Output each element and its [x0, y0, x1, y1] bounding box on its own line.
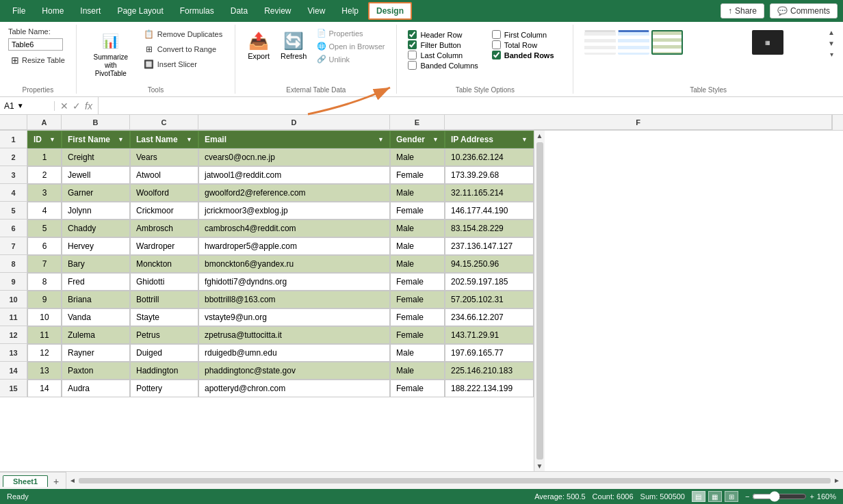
table-cell[interactable]: Male — [390, 148, 445, 166]
table-cell[interactable]: 13 — [27, 362, 62, 380]
table-cell[interactable]: 202.59.197.185 — [445, 273, 534, 291]
menu-page-layout[interactable]: Page Layout — [110, 3, 170, 18]
table-cell[interactable]: Jewell — [62, 166, 130, 184]
col-header-f[interactable]: F — [445, 115, 832, 130]
cancel-icon[interactable]: ✕ — [60, 101, 68, 111]
table-cell[interactable]: jcrickmoor3@exblog.jp — [198, 202, 390, 220]
menu-home[interactable]: Home — [35, 3, 70, 18]
table-cell[interactable]: Chaddy — [62, 220, 130, 237]
table-cell[interactable]: 225.146.210.183 — [445, 362, 534, 380]
row-header[interactable]: 7 — [0, 237, 27, 255]
banded-columns-option[interactable]: Banded Columns — [408, 61, 478, 70]
table-cell[interactable]: Female — [390, 308, 445, 326]
col-header-b[interactable]: B — [62, 115, 130, 130]
insert-slicer-button[interactable]: 🔲 Insert Slicer — [140, 57, 226, 71]
table-cell[interactable]: zpetrusa@tuttocitta.it — [198, 326, 390, 344]
table-cell[interactable]: Rayner — [62, 344, 130, 362]
table-cell[interactable]: 3 — [27, 184, 62, 202]
function-icon[interactable]: fx — [85, 101, 92, 111]
zoom-slider[interactable] — [752, 491, 807, 502]
table-cell[interactable]: jatwool1@reddit.com — [198, 166, 390, 184]
table-cell[interactable]: 57.205.102.31 — [445, 291, 534, 308]
last-column-option[interactable]: Last Column — [408, 51, 478, 59]
table-cell[interactable]: 94.15.250.96 — [445, 255, 534, 273]
email-dropdown-arrow[interactable]: ▼ — [378, 136, 384, 143]
table-cell[interactable]: 197.69.165.77 — [445, 344, 534, 362]
table-cell[interactable]: vstayte9@un.org — [198, 308, 390, 326]
row-header[interactable]: 2 — [0, 148, 27, 166]
table-cell[interactable]: Female — [390, 291, 445, 308]
table-cell[interactable]: Bary — [62, 255, 130, 273]
firstname-dropdown-arrow[interactable]: ▼ — [118, 136, 124, 143]
menu-data[interactable]: Data — [224, 3, 255, 18]
table-cell[interactable]: phaddingtonc@state.gov — [198, 362, 390, 380]
row-header[interactable]: 15 — [0, 380, 27, 397]
table-cell[interactable]: Vanda — [62, 308, 130, 326]
table-cell[interactable]: Male — [390, 237, 445, 255]
table-cell[interactable]: 173.39.29.68 — [445, 166, 534, 184]
table-cell[interactable]: 143.71.29.91 — [445, 326, 534, 344]
table-cell[interactable]: 6 — [27, 237, 62, 255]
table-style-light-1[interactable] — [584, 30, 616, 55]
table-cell[interactable]: cambrosch4@reddit.com — [198, 220, 390, 237]
menu-help[interactable]: Help — [335, 3, 365, 18]
zoom-out-button[interactable]: − — [745, 492, 749, 501]
table-style-light-2[interactable] — [618, 30, 649, 55]
style-scroll-down[interactable]: ▼ — [827, 38, 836, 49]
scroll-left-arrow[interactable]: ◄ — [69, 477, 76, 484]
table-cell[interactable]: 8 — [27, 273, 62, 291]
style-scroll-up[interactable]: ▲ — [827, 27, 836, 38]
row-header[interactable]: 9 — [0, 273, 27, 291]
export-button[interactable]: 📤 Export — [244, 27, 274, 63]
table-style-dark-2[interactable] — [718, 30, 750, 55]
menu-file[interactable]: File — [5, 3, 32, 18]
table-cell[interactable]: Creight — [62, 148, 130, 166]
table-cell[interactable]: Haddington — [130, 362, 198, 380]
header-row-option[interactable]: Header Row — [408, 30, 478, 39]
properties-button[interactable]: 📄 Properties — [313, 27, 388, 39]
table-cell[interactable]: 7 — [27, 255, 62, 273]
share-button[interactable]: ↑ Share — [721, 3, 764, 18]
row-header[interactable]: 13 — [0, 344, 27, 362]
table-cell[interactable]: Stayte — [130, 308, 198, 326]
confirm-icon[interactable]: ✓ — [73, 101, 81, 111]
banded-rows-option[interactable]: Banded Rows — [492, 51, 562, 59]
table-cell[interactable]: Bottrill — [130, 291, 198, 308]
scroll-up-arrow[interactable]: ▲ — [536, 132, 543, 140]
table-cell[interactable]: 10.236.62.124 — [445, 148, 534, 166]
table-cell[interactable]: Male — [390, 362, 445, 380]
total-row-option[interactable]: Total Row — [492, 40, 562, 49]
table-cell[interactable]: Monckton — [130, 255, 198, 273]
table-style-dark-3[interactable]: ▦ — [752, 30, 783, 55]
scroll-right-arrow[interactable]: ► — [833, 477, 840, 484]
scroll-down-arrow[interactable]: ▼ — [536, 462, 543, 470]
table-cell[interactable]: 32.11.165.214 — [445, 184, 534, 202]
gender-dropdown-arrow[interactable]: ▼ — [432, 136, 439, 143]
table-style-dark-1[interactable] — [685, 30, 716, 55]
table-cell[interactable]: 11 — [27, 326, 62, 344]
row-header[interactable]: 8 — [0, 255, 27, 273]
table-cell[interactable]: 146.177.44.190 — [445, 202, 534, 220]
style-scroll-more[interactable]: ▾ — [827, 49, 836, 59]
remove-duplicates-button[interactable]: 📋 Remove Duplicates — [140, 27, 226, 41]
table-cell[interactable]: Fred — [62, 273, 130, 291]
menu-design[interactable]: Design — [368, 2, 412, 20]
table-cell[interactable]: 188.222.134.199 — [445, 380, 534, 397]
table-cell[interactable]: Male — [390, 344, 445, 362]
row-header[interactable]: 10 — [0, 291, 27, 308]
ip-dropdown-arrow[interactable]: ▼ — [521, 136, 528, 143]
table-cell[interactable]: 12 — [27, 344, 62, 362]
table-name-input[interactable] — [8, 38, 63, 51]
refresh-button[interactable]: 🔄 Refresh — [276, 27, 311, 63]
open-browser-button[interactable]: 🌐 Open in Browser — [313, 40, 388, 52]
summarize-pivot-button[interactable]: 📊 Summarize with PivotTable — [85, 27, 137, 81]
sheet-tab-sheet1[interactable]: Sheet1 — [3, 475, 48, 487]
normal-view-button[interactable]: ▤ — [692, 491, 705, 502]
table-cell[interactable]: 2 — [27, 166, 62, 184]
col-header-d[interactable]: D — [198, 115, 390, 130]
table-cell[interactable]: Ghidotti — [130, 273, 198, 291]
table-cell[interactable]: Crickmoor — [130, 202, 198, 220]
unlink-button[interactable]: 🔗 Unlink — [313, 53, 388, 65]
table-cell[interactable]: Garner — [62, 184, 130, 202]
table-cell[interactable]: 9 — [27, 291, 62, 308]
